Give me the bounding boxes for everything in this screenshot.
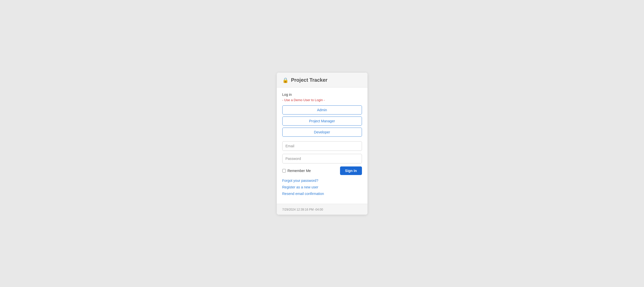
timestamp: 7/29/2024 12:39:16 PM -04:00 — [282, 208, 323, 211]
remember-me-checkbox[interactable] — [282, 169, 286, 173]
card-footer: 7/29/2024 12:39:16 PM -04:00 — [277, 204, 367, 215]
email-input[interactable] — [282, 141, 362, 151]
project-manager-demo-button[interactable]: Project Manager — [282, 117, 362, 126]
sign-in-button[interactable]: Sign In — [340, 166, 362, 175]
remember-left: Remember Me — [282, 169, 311, 173]
demo-user-label: - Use a Demo User to Login - — [282, 98, 362, 102]
card-header: 🔒 Project Tracker — [277, 73, 367, 88]
lock-icon: 🔒 — [282, 77, 289, 83]
remember-row: Remember Me Sign In — [282, 166, 362, 175]
demo-buttons-group: Admin Project Manager Developer — [282, 105, 362, 137]
login-card: 🔒 Project Tracker Log in - Use a Demo Us… — [277, 73, 367, 215]
developer-demo-button[interactable]: Developer — [282, 128, 362, 137]
log-in-label: Log in — [282, 93, 362, 97]
forgot-password-link[interactable]: Forgot your password? — [282, 179, 362, 183]
admin-demo-button[interactable]: Admin — [282, 105, 362, 114]
card-body: Log in - Use a Demo User to Login - Admi… — [277, 88, 367, 204]
app-title: Project Tracker — [291, 77, 328, 83]
password-input[interactable] — [282, 154, 362, 163]
register-link[interactable]: Register as a new user — [282, 185, 362, 189]
remember-me-label: Remember Me — [288, 169, 311, 173]
resend-confirmation-link[interactable]: Resend email confirmation — [282, 192, 362, 196]
